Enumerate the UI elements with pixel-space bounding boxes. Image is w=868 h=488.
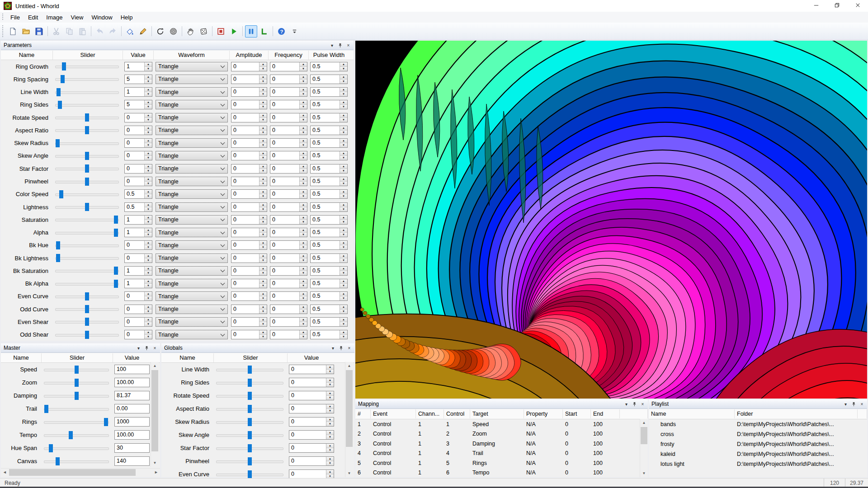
slider-thumb[interactable] xyxy=(44,405,48,413)
paste-button[interactable] xyxy=(76,25,89,38)
record-button[interactable] xyxy=(215,25,227,38)
spin-down-icon[interactable]: ▼ xyxy=(259,220,267,224)
spin-up-icon[interactable]: ▲ xyxy=(259,75,267,80)
spin-up-icon[interactable]: ▲ xyxy=(145,177,152,182)
spin-down-icon[interactable]: ▼ xyxy=(300,284,307,288)
mapping-row[interactable]: 6Control16TempoN/A0100 xyxy=(355,468,640,478)
slider-track[interactable] xyxy=(55,66,119,68)
spin-up-icon[interactable]: ▲ xyxy=(259,190,267,194)
slider-track[interactable] xyxy=(44,395,109,398)
close-panel-icon[interactable]: × xyxy=(152,346,157,351)
parameter-value-input[interactable]: 0▲▼ xyxy=(124,330,152,339)
pulse-width-input[interactable]: 0.5▲▼ xyxy=(310,164,348,174)
spin-down-icon[interactable]: ▼ xyxy=(340,92,347,96)
spin-up-icon[interactable]: ▲ xyxy=(259,267,267,271)
pulse-width-input[interactable]: 0.5▲▼ xyxy=(310,75,348,84)
amplitude-input[interactable]: 0▲▼ xyxy=(231,253,267,263)
amplitude-input[interactable]: 0▲▼ xyxy=(231,291,267,301)
slider-track[interactable] xyxy=(44,460,109,463)
spin-down-icon[interactable]: ▼ xyxy=(145,284,152,288)
rings-button[interactable] xyxy=(167,25,179,38)
close-panel-icon[interactable]: × xyxy=(640,402,645,407)
panel-menu-icon[interactable]: ▾ xyxy=(624,402,629,407)
parameter-value-input[interactable]: 0▲▼ xyxy=(124,138,152,148)
pin-icon[interactable] xyxy=(632,402,637,407)
master-value-input[interactable]: 30 xyxy=(114,443,150,453)
spin-down-icon[interactable]: ▼ xyxy=(300,156,307,160)
spin-down-icon[interactable]: ▼ xyxy=(340,80,347,84)
spin-down-icon[interactable]: ▼ xyxy=(259,118,267,122)
parameter-value-input[interactable]: 0▲▼ xyxy=(124,240,152,250)
spin-down-icon[interactable]: ▼ xyxy=(145,233,152,237)
master-horizontal-scrollbar[interactable]: ◄► xyxy=(1,468,160,476)
spin-up-icon[interactable]: ▲ xyxy=(340,330,347,335)
spin-down-icon[interactable]: ▼ xyxy=(259,194,267,198)
spin-down-icon[interactable]: ▼ xyxy=(259,131,267,135)
spin-down-icon[interactable]: ▼ xyxy=(326,474,334,478)
pulse-width-input[interactable]: 0.5▲▼ xyxy=(310,253,348,263)
spin-down-icon[interactable]: ▼ xyxy=(300,258,307,263)
spin-down-icon[interactable]: ▼ xyxy=(145,169,152,173)
slider-track[interactable] xyxy=(55,193,119,196)
spin-up-icon[interactable]: ▲ xyxy=(340,190,347,194)
amplitude-input[interactable]: 0▲▼ xyxy=(231,240,267,250)
spin-up-icon[interactable]: ▲ xyxy=(259,62,267,67)
spin-up-icon[interactable]: ▲ xyxy=(145,330,152,335)
parameter-value-input[interactable]: 0▲▼ xyxy=(124,151,152,160)
pulse-width-input[interactable]: 0.5▲▼ xyxy=(310,113,348,122)
spin-up-icon[interactable]: ▲ xyxy=(259,318,267,322)
spin-up-icon[interactable]: ▲ xyxy=(300,292,307,296)
rotate-button[interactable] xyxy=(154,25,166,38)
spin-up-icon[interactable]: ▲ xyxy=(145,88,152,92)
waveform-dropdown[interactable]: Triangle xyxy=(156,253,228,263)
waveform-dropdown[interactable]: Triangle xyxy=(156,177,228,186)
spin-down-icon[interactable]: ▼ xyxy=(259,271,267,275)
spin-up-icon[interactable]: ▲ xyxy=(259,228,267,233)
close-panel-icon[interactable]: × xyxy=(346,43,351,48)
spin-down-icon[interactable]: ▼ xyxy=(145,258,152,263)
pulse-width-input[interactable]: 0.5▲▼ xyxy=(310,62,348,71)
spin-up-icon[interactable]: ▲ xyxy=(259,100,267,105)
spin-up-icon[interactable]: ▲ xyxy=(300,75,307,80)
amplitude-input[interactable]: 0▲▼ xyxy=(231,113,267,122)
spin-down-icon[interactable]: ▼ xyxy=(326,435,334,439)
parameter-value-input[interactable]: 1▲▼ xyxy=(124,87,152,97)
spin-up-icon[interactable]: ▲ xyxy=(145,305,152,310)
slider-track[interactable] xyxy=(216,369,283,371)
close-panel-icon[interactable]: × xyxy=(859,402,864,407)
pencil-button[interactable] xyxy=(137,25,149,38)
frequency-input[interactable]: 0▲▼ xyxy=(270,305,307,314)
new-button[interactable] xyxy=(7,25,19,38)
frequency-input[interactable]: 0▲▼ xyxy=(270,215,307,225)
amplitude-input[interactable]: 0▲▼ xyxy=(231,228,267,237)
amplitude-input[interactable]: 0▲▼ xyxy=(231,75,267,84)
slider-track[interactable] xyxy=(55,117,119,119)
amplitude-input[interactable]: 0▲▼ xyxy=(231,164,267,174)
waveform-dropdown[interactable]: Triangle xyxy=(156,215,228,225)
spin-up-icon[interactable]: ▲ xyxy=(259,139,267,143)
frequency-input[interactable]: 0▲▼ xyxy=(270,87,307,97)
amplitude-input[interactable]: 0▲▼ xyxy=(231,305,267,314)
playlist-row[interactable]: bandsD:\temp\MyProjects\Whorld\Patches\.… xyxy=(649,419,867,429)
spin-up-icon[interactable]: ▲ xyxy=(326,418,334,422)
frequency-input[interactable]: 0▲▼ xyxy=(270,113,307,122)
amplitude-input[interactable]: 0▲▼ xyxy=(231,151,267,160)
amplitude-input[interactable]: 0▲▼ xyxy=(231,266,267,276)
spin-up-icon[interactable]: ▲ xyxy=(340,126,347,131)
waveform-dropdown[interactable]: Triangle xyxy=(156,330,228,339)
spin-up-icon[interactable]: ▲ xyxy=(300,139,307,143)
spin-down-icon[interactable]: ▼ xyxy=(145,271,152,275)
slider-track[interactable] xyxy=(55,321,119,324)
pin-icon[interactable] xyxy=(339,346,344,351)
spin-down-icon[interactable]: ▼ xyxy=(259,245,267,249)
slider-track[interactable] xyxy=(55,232,119,235)
open-button[interactable] xyxy=(20,25,32,38)
pulse-width-input[interactable]: 0.5▲▼ xyxy=(310,305,348,314)
spin-down-icon[interactable]: ▼ xyxy=(340,284,347,288)
parameter-value-input[interactable]: 0▲▼ xyxy=(124,164,152,174)
spin-up-icon[interactable]: ▲ xyxy=(145,190,152,194)
spin-down-icon[interactable]: ▼ xyxy=(340,207,347,211)
slider-track[interactable] xyxy=(216,460,283,463)
spin-down-icon[interactable]: ▼ xyxy=(300,105,307,109)
step-button[interactable] xyxy=(258,25,270,38)
